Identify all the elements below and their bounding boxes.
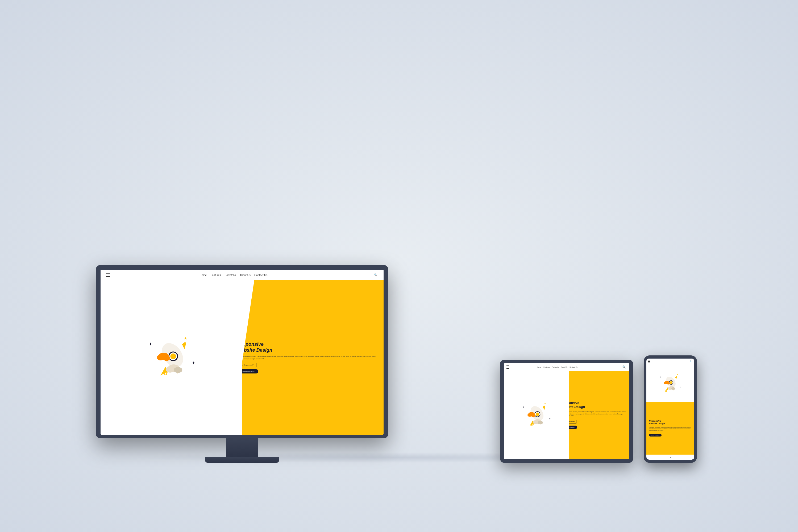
hero-body-text: Lorem ipsum dolor sit amet, consectetuer…	[237, 355, 378, 360]
phone-flower: ✿	[665, 390, 667, 392]
svg-point-14	[531, 414, 536, 417]
tablet-screen: Home Features Portofolio About Us Contac…	[504, 363, 629, 459]
phone-screen: 🔍 ★ ✦ ✦ ✿	[646, 359, 694, 460]
phone-bezel: 🔍 ★ ✦ ✦ ✿	[644, 355, 697, 463]
desktop-navbar: Home Features Portofolio About Us Contac…	[100, 270, 384, 280]
svg-point-11	[536, 413, 539, 416]
tablet-rocket: ★ ✦ ✦ ✿	[521, 400, 551, 430]
nav-about[interactable]: About Us	[240, 274, 251, 277]
phone-sparkle-2: ✦	[679, 386, 681, 388]
hero-left-panel: ★ ✦ ✦ ✿	[100, 280, 242, 435]
svg-point-5	[163, 356, 170, 361]
monitor-stand-neck	[226, 438, 258, 457]
desktop-monitor: Home Features Portofolio About Us Contac…	[96, 265, 388, 463]
phone-search-input[interactable]	[682, 361, 690, 362]
tablet-hero-text: Lorem ipsum dolor sit amet, consectetuer…	[561, 411, 626, 417]
tablet-flower: ✿	[531, 423, 534, 427]
monitor-bezel: Home Features Portofolio About Us Contac…	[96, 265, 388, 438]
phone-device: 🔍 ★ ✦ ✦ ✿	[644, 355, 697, 463]
monitor-stand-base	[205, 457, 279, 463]
tablet-nav-features[interactable]: Features	[544, 366, 550, 368]
tablet-nav-about[interactable]: About Us	[561, 366, 567, 368]
search-bar[interactable]: 🔍	[357, 273, 378, 277]
desktop-website: Home Features Portofolio About Us Contac…	[100, 270, 384, 435]
phone-hero-left: ★ ✦ ✦ ✿	[646, 364, 694, 402]
tablet-nav-links: Home Features Portofolio About Us Contac…	[537, 366, 577, 368]
phone-hero-text: Lorem ipsum dolor sit amet, consectetuer…	[649, 427, 691, 431]
star-decoration: ★	[184, 336, 187, 341]
sparkle-decoration: ✦	[149, 342, 152, 347]
phone-rocket: ★ ✦ ✦ ✿	[660, 373, 681, 394]
tablet-hero-right: Responsive Website Design Lorem ipsum do…	[558, 371, 629, 459]
hero-title: Responsive Website Design	[237, 342, 378, 353]
phone-search-bar[interactable]: 🔍	[681, 360, 693, 363]
svg-point-26	[671, 387, 675, 390]
svg-point-4	[157, 355, 164, 360]
nav-home[interactable]: Home	[200, 274, 207, 277]
tablet-hero: ★ ✦ ✦ ✿	[504, 371, 629, 459]
scene: Home Features Portofolio About Us Contac…	[80, 53, 718, 479]
tablet-search-icon[interactable]: 🔍	[623, 365, 626, 368]
monitor-screen: Home Features Portofolio About Us Contac…	[100, 270, 384, 435]
tablet-navbar: Home Features Portofolio About Us Contac…	[504, 363, 629, 371]
svg-point-23	[667, 382, 670, 385]
phone-hero-right: Responsive Website Design Lorem ipsum do…	[646, 402, 694, 455]
phone-hero: ★ ✦ ✦ ✿	[646, 364, 694, 455]
phone-hamburger[interactable]	[648, 360, 650, 363]
tablet-hamburger[interactable]	[507, 365, 509, 369]
tablet-device: Home Features Portofolio About Us Contac…	[500, 360, 633, 463]
sparkle-decoration-2: ✦	[192, 360, 195, 365]
hero-right-panel: Responsive Website Design Lorem ipsum do…	[231, 280, 384, 435]
svg-point-20	[670, 381, 672, 384]
tablet-bezel: Home Features Portofolio About Us Contac…	[500, 360, 633, 463]
phone-hero-title: Responsive Website Design	[649, 420, 691, 425]
search-icon[interactable]: 🔍	[374, 273, 377, 277]
desktop-hero: ★ ✦ ✦ ✿	[100, 280, 384, 435]
phone-dark-button[interactable]: Browse by category	[649, 434, 662, 437]
tablet-sparkle: ✦	[522, 406, 524, 408]
svg-point-13	[528, 413, 532, 417]
phone-rocket-svg	[660, 373, 681, 394]
nav-links: Home Features Portofolio About Us Contac…	[200, 274, 267, 277]
tablet-hero-title: Responsive Website Design	[561, 401, 626, 409]
flower-decoration: ✿	[163, 370, 168, 376]
svg-point-22	[664, 382, 667, 384]
phone-star: ★	[677, 374, 678, 375]
tablet-nav-portfolio[interactable]: Portofolio	[552, 366, 558, 368]
search-input[interactable]	[358, 274, 374, 276]
hamburger-menu[interactable]	[106, 273, 110, 277]
tablet-nav-contact[interactable]: Contact Us	[570, 366, 577, 368]
tablet-search-input[interactable]	[607, 366, 623, 368]
svg-point-8	[174, 367, 182, 373]
phone-chevron[interactable]: ∨	[646, 455, 694, 460]
tablet-star: ★	[544, 402, 546, 404]
svg-point-2	[170, 354, 176, 359]
svg-point-25	[668, 387, 672, 390]
phone-search-icon[interactable]: 🔍	[690, 360, 691, 362]
nav-contact[interactable]: Contact Us	[254, 274, 267, 277]
phone-website: 🔍 ★ ✦ ✦ ✿	[646, 359, 694, 460]
tablet-rocket-svg	[521, 400, 551, 430]
nav-portfolio[interactable]: Portofolio	[225, 274, 236, 277]
rocket-illustration: ★ ✦ ✦ ✿	[147, 334, 195, 381]
phone-sparkle: ✦	[660, 376, 662, 378]
tablet-nav-home[interactable]: Home	[537, 366, 541, 368]
tablet-sparkle-2: ✦	[549, 417, 551, 420]
rocket-svg	[147, 334, 195, 381]
tablet-website: Home Features Portofolio About Us Contac…	[504, 363, 629, 459]
nav-features[interactable]: Features	[210, 274, 221, 277]
tablet-hero-left: ★ ✦ ✦ ✿	[504, 371, 569, 459]
tablet-search-bar[interactable]: 🔍	[605, 365, 627, 369]
phone-navbar: 🔍	[646, 359, 694, 364]
svg-point-17	[538, 421, 543, 424]
